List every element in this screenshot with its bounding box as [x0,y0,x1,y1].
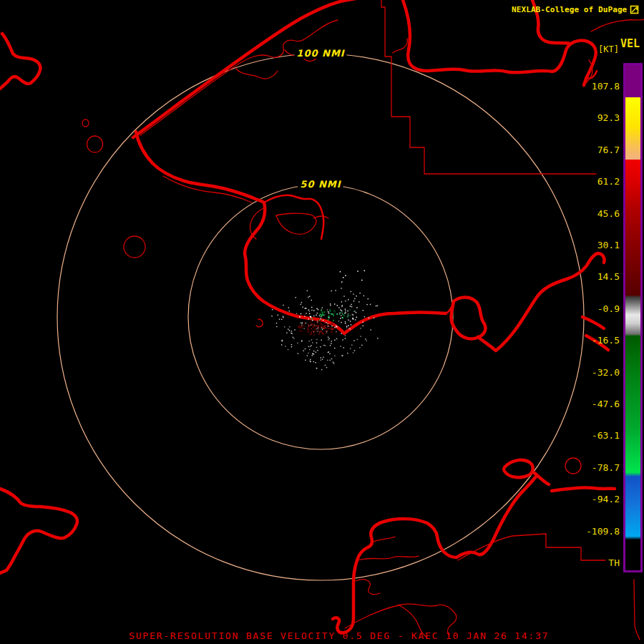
boundary-path [393,39,407,53]
coastline-path [427,523,457,557]
colorbar-tick-label: 76.7 [597,145,620,156]
boundary-path [140,20,338,135]
colorbar-tick-label: 61.2 [597,176,620,187]
coastline-path [457,477,536,557]
coastline-path [582,317,604,328]
boundary-path [276,213,316,234]
colorbar-tick-label: -78.7 [592,462,620,474]
cod-logo-icon [630,5,639,14]
coastline-path [133,0,356,137]
colorbar-tick-label: 107.8 [592,81,620,92]
boundary-path [356,580,380,595]
colorbar-tick-label: -94.2 [592,494,620,505]
brand: NEXLAB-College of DuPage [512,5,639,14]
boundary-path [565,458,581,474]
colorbar-tick-label: 45.6 [597,208,620,220]
colorbar-tick-label: -0.9 [597,303,620,315]
boundary-path [82,119,89,127]
radar-display: 100 NMI 50 NMI NEXLAB-College of DuPage … [0,0,644,644]
boundary-path [374,537,395,542]
colorbar-tick-label: 14.5 [597,271,620,283]
colorbar-unit-label: [KT] [598,44,619,54]
brand-text: NEXLAB-College of DuPage [512,5,627,14]
boundary-path [458,534,605,560]
coastline-path [535,473,549,484]
range-ring-label-100nmi: 100 NMI [294,48,346,59]
boundary-path [87,136,103,152]
boundary-path [256,319,263,327]
boundary-path [591,19,644,31]
boundary-path [358,556,419,560]
colorbar-tick-label: -16.5 [592,335,620,346]
colorbar-tick-label: 30.1 [597,240,620,251]
coastline-path [504,460,533,477]
coastline-path [0,489,77,573]
boundary-path [236,69,278,79]
coastline-path [0,34,40,89]
boundary-path [381,0,596,174]
map-boundaries [0,0,644,640]
colorbar-tick-label: -109.8 [586,526,620,537]
colorbar-title: VEL [620,37,640,50]
colorbar-tick-label: TH [608,557,620,569]
colorbar-tick-label: -63.1 [592,430,620,441]
colorbar [623,63,643,572]
colorbar-tick-label: -47.6 [592,399,620,410]
boundary-path [124,236,145,258]
coastline-path [552,487,615,491]
colorbar-tick-label: 92.3 [597,112,620,124]
range-ring-label-50nmi: 50 NMI [298,179,343,190]
colorbar-tick-label: -32.0 [592,367,620,379]
boundary-path [634,580,640,640]
radar-canvas [0,0,644,644]
coastline-path [451,297,485,338]
product-title: SUPER-RESOLUTION BASE VELOCITY 0.5 DEG -… [129,630,549,641]
